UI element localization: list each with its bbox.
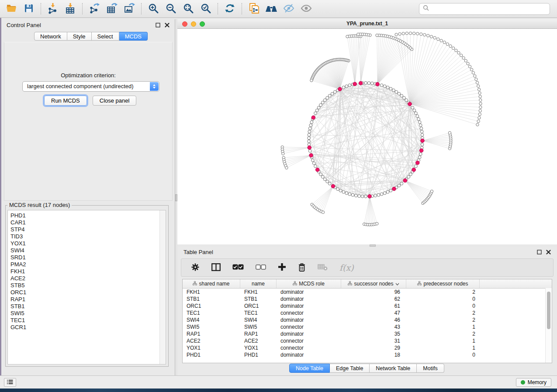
deselect-all-rows-button[interactable] [256,265,266,271]
table-row[interactable]: FKH1FKH1dominator962 [183,289,552,296]
zoom-in-button[interactable] [145,1,162,16]
table-row[interactable]: STB1STB1dominator620 [183,296,552,303]
table-cell[interactable]: SWI4 [183,317,240,323]
tab-select[interactable]: Select [92,32,119,41]
table-cell[interactable]: connector [277,310,341,316]
table-tab-network-table[interactable]: Network Table [370,364,417,373]
table-cell[interactable]: STB1 [183,296,240,302]
table-cell[interactable]: 2 [406,310,480,316]
table-cell[interactable]: 18 [341,352,406,358]
table-cell[interactable]: 96 [341,289,406,295]
show-graphics-details-button[interactable] [298,1,315,16]
table-cell[interactable]: SWI5 [183,324,240,330]
hide-graphics-details-button[interactable] [280,1,298,16]
table-cell[interactable]: 46 [341,317,406,323]
result-node-item[interactable]: ACE2 [8,275,166,282]
result-list-scrollbar[interactable] [159,210,166,364]
table-cell[interactable]: SWI4 [240,317,277,323]
table-row[interactable]: PHD1PHD1dominator180 [183,351,552,358]
memory-button[interactable]: Memory [516,378,551,387]
table-cell[interactable]: RAP1 [240,331,277,337]
table-cell[interactable]: ACE2 [240,338,277,344]
table-row[interactable]: ORC1ORC1dominator610 [183,303,552,309]
settings-gear-button[interactable] [191,263,200,273]
delete-table-button[interactable] [318,264,328,272]
table-cell[interactable]: FKH1 [183,289,240,295]
table-cell[interactable]: STB1 [240,296,277,302]
table-cell[interactable]: dominator [277,317,341,323]
tab-style[interactable]: Style [67,32,92,41]
search-network-button[interactable] [263,1,280,16]
column-header-successor-nodes[interactable]: successor nodes [341,279,406,288]
result-node-item[interactable]: FKH1 [8,268,166,275]
window-minimize-button[interactable] [191,21,196,27]
table-cell[interactable]: 61 [341,303,406,309]
result-node-item[interactable]: STB1 [8,303,166,310]
export-table-button[interactable] [103,1,121,16]
add-row-button[interactable] [278,263,286,272]
table-cell[interactable]: ORC1 [183,303,240,309]
column-header-MCDS-role[interactable]: MCDS role [277,279,341,288]
table-cell[interactable]: 35 [341,331,406,337]
close-table-panel-button[interactable] [546,250,551,254]
select-all-rows-button[interactable] [232,264,244,271]
table-cell[interactable]: YOX1 [240,345,277,351]
table-cell[interactable]: dominator [277,303,341,309]
window-maximize-button[interactable] [200,21,205,27]
result-node-item[interactable]: STB5 [8,282,166,289]
table-cell[interactable]: dominator [277,352,341,358]
optimization-dropdown[interactable]: largest connected component (undirected) [22,81,159,92]
result-node-item[interactable]: SWI5 [8,310,166,317]
table-cell[interactable]: connector [277,345,341,351]
result-node-item[interactable]: ORC1 [8,289,166,296]
scrollbar-thumb[interactable] [547,292,550,329]
table-cell[interactable]: connector [277,324,341,330]
table-cell[interactable]: 2 [406,289,480,295]
result-node-item[interactable]: STP4 [8,226,166,233]
zoom-fit-button[interactable] [180,1,197,16]
duplicate-network-button[interactable] [245,1,263,16]
table-row[interactable]: SWI4SWI4dominator462 [183,316,552,323]
delete-row-button[interactable] [298,263,306,273]
table-cell[interactable]: ACE2 [183,338,240,344]
window-close-button[interactable] [182,21,187,27]
table-row[interactable]: YOX1YOX1connector291 [183,344,552,351]
tab-mcds[interactable]: MCDS [119,32,148,41]
table-tab-edge-table[interactable]: Edge Table [330,364,370,373]
table-cell[interactable]: 31 [341,338,406,344]
column-header-predecessor-nodes[interactable]: predecessor nodes [406,279,480,288]
table-row[interactable]: TEC1TEC1connector472 [183,309,552,316]
table-cell[interactable]: 1 [406,345,480,351]
table-cell[interactable]: YOX1 [183,345,240,351]
table-cell[interactable]: 1 [406,338,480,344]
import-network-button[interactable] [44,1,62,16]
tab-network[interactable]: Network [34,32,67,41]
result-node-item[interactable]: TID3 [8,233,166,240]
table-cell[interactable]: 2 [406,317,480,323]
zoom-out-button[interactable] [162,1,180,16]
result-node-item[interactable]: GCR1 [8,324,166,331]
result-node-item[interactable]: PMA2 [8,261,166,268]
result-node-item[interactable]: YOX1 [8,240,166,247]
zoom-selected-button[interactable] [197,1,214,16]
table-row[interactable]: ACE2ACE2connector311 [183,337,552,344]
table-cell[interactable]: FKH1 [240,289,277,295]
table-cell[interactable]: 43 [341,324,406,330]
table-cell[interactable]: PHD1 [183,352,240,358]
table-cell[interactable]: dominator [277,289,341,295]
save-session-button[interactable] [20,1,38,16]
table-row[interactable]: SWI5SWI5connector431 [183,323,552,330]
mcds-result-list[interactable]: PHD1CAR1STP4TID3YOX1SWI4SRD1PMA2FKH1ACE2… [7,210,166,364]
show-columns-button[interactable] [211,263,221,272]
table-cell[interactable]: PHD1 [240,352,277,358]
task-history-button[interactable] [4,378,16,387]
table-cell[interactable]: connector [277,338,341,344]
result-node-item[interactable]: SRD1 [8,254,166,261]
export-network-button[interactable] [86,1,103,16]
table-cell[interactable]: 29 [341,345,406,351]
table-cell[interactable]: ORC1 [240,303,277,309]
table-cell[interactable]: 0 [406,303,480,309]
run-mcds-button[interactable]: Run MCDS [44,96,87,106]
import-table-button[interactable] [62,1,79,16]
table-tab-node-table[interactable]: Node Table [289,364,330,373]
